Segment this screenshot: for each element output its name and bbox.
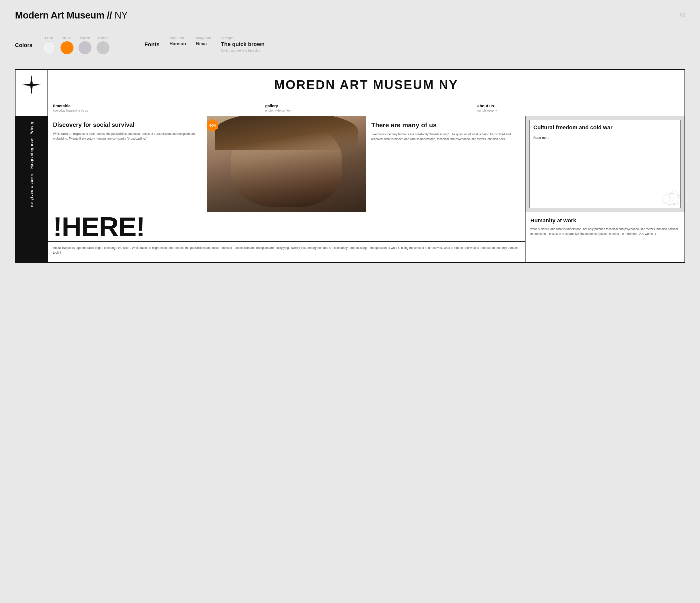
- body-font-col: Body Font Nexa: [196, 36, 211, 47]
- sidebar-vertical-cell: no gives a damn – Happening now · Who g: [16, 116, 48, 212]
- main-museum-card-wrapper: MOREDN ART MUSEUM NY timetable everyday …: [15, 69, 685, 263]
- body-font-name: Nexa: [196, 41, 211, 47]
- sidebar-bottom-cell: [16, 212, 48, 262]
- color-label-lavender: c7c2cb: [80, 36, 90, 40]
- star-logo-icon: [22, 75, 42, 95]
- example-font-light: fox jumps over the lazy dog: [221, 48, 265, 53]
- main-font-name: Hanson: [170, 41, 186, 47]
- color-circle-lavender: [78, 41, 92, 54]
- color-swatches: f0f0f0 ff8100 c7c2cb c8cac7: [43, 36, 109, 54]
- article-column: Discovery for social survival While radi…: [48, 116, 207, 212]
- color-circle-sage: [97, 41, 109, 54]
- nav-sub-timetable: everyday happening by us: [53, 109, 255, 112]
- museum-card: MOREDN ART MUSEUM NY timetable everyday …: [15, 69, 685, 263]
- page-header: Modern Art Museum // NY 02: [0, 0, 700, 26]
- main-text-body: Twenty-first-century humans are constant…: [371, 132, 520, 142]
- here-big-text: !HERE!: [53, 214, 520, 239]
- ink-decoration-icon: [660, 188, 681, 208]
- here-body-text: About 100 years ago, the radio began to …: [53, 246, 520, 255]
- nav-item-gallery[interactable]: gallery photo / vide content: [260, 100, 473, 116]
- example-font-bold: The quick brown: [221, 41, 265, 47]
- card-title-row: MOREDN ART MUSEUM NY: [16, 70, 684, 100]
- sidebar-vertical-text: no gives a damn – Happening now · Who g: [16, 116, 48, 212]
- featured-title: Cultural freedom and cold war: [533, 124, 677, 131]
- title-bold: Modern Art Museum //: [15, 10, 112, 21]
- svg-point-2: [670, 190, 678, 203]
- card-nav-row: timetable everyday happening by us galle…: [16, 100, 684, 116]
- model-photo: [207, 116, 366, 212]
- here-text-area: About 100 years ago, the radio began to …: [48, 242, 525, 259]
- here-title-section: !HERE!: [48, 212, 525, 242]
- header-title: Modern Art Museum // NY: [15, 10, 128, 21]
- article-body: While radio art migrates to other media,…: [53, 131, 202, 141]
- image-column: -20%: [207, 116, 367, 212]
- nav-sub-gallery: photo / vide content: [265, 109, 467, 112]
- color-swatch-sage: c8cac7: [97, 36, 109, 54]
- here-cell: !HERE! About 100 years ago, the radio be…: [48, 212, 525, 262]
- color-label-sage: c8cac7: [98, 36, 108, 40]
- main-text-title: There are many of us: [371, 121, 520, 129]
- fonts-section: Fonts Main Font Hanson Body Font Nexa Ex…: [145, 36, 265, 53]
- nav-title-gallery: gallery: [265, 104, 467, 108]
- museum-main-title: MOREDN ART MUSEUM NY: [274, 77, 458, 92]
- fonts-label: Fonts: [145, 41, 159, 48]
- featured-readmore-link[interactable]: Read more: [533, 136, 677, 140]
- svg-line-4: [667, 192, 676, 206]
- star-cell: [16, 70, 48, 100]
- svg-marker-0: [22, 75, 41, 95]
- humanity-section: Humanity at work what is hidden and what…: [525, 212, 685, 262]
- color-swatch-white: f0f0f0: [43, 36, 55, 54]
- fonts-columns: Main Font Hanson Body Font Nexa Example …: [170, 36, 265, 53]
- card-bottom-row: !HERE! About 100 years ago, the radio be…: [16, 212, 684, 262]
- colors-section: Colors f0f0f0 ff8100 c7c2cb c8cac7: [15, 36, 109, 54]
- color-label-orange: ff8100: [62, 36, 72, 40]
- article-title: Discovery for social survival: [53, 121, 202, 128]
- humanity-body: what is hidden and what is understood, n…: [530, 227, 680, 236]
- main-text-column: There are many of us Twenty-first-centur…: [366, 116, 525, 212]
- nav-star-spacer: [16, 100, 48, 116]
- color-swatch-lavender: c7c2cb: [78, 36, 92, 54]
- humanity-title: Humanity at work: [530, 217, 680, 224]
- nav-title-about: about us: [477, 104, 679, 108]
- nav-title-timetable: timetable: [53, 104, 255, 108]
- museum-title-cell: MOREDN ART MUSEUM NY: [48, 70, 684, 100]
- body-font-header: Body Font: [196, 36, 211, 40]
- example-font-header: Example: [221, 36, 265, 40]
- nav-item-about[interactable]: about us our philosophy: [472, 100, 684, 116]
- card-content-row: no gives a damn – Happening now · Who g …: [16, 116, 684, 212]
- color-label-white: f0f0f0: [45, 36, 53, 40]
- color-swatch-orange: ff8100: [60, 36, 74, 54]
- featured-box: Cultural freedom and cold war Read more: [529, 120, 681, 208]
- colors-label: Colors: [15, 42, 35, 49]
- nav-item-timetable[interactable]: timetable everyday happening by us: [48, 100, 260, 116]
- main-font-col: Main Font Hanson: [170, 36, 186, 47]
- featured-column: Cultural freedom and cold war Read more: [525, 116, 685, 212]
- title-light: NY: [112, 10, 128, 21]
- main-font-header: Main Font: [170, 36, 186, 40]
- design-system-section: Colors f0f0f0 ff8100 c7c2cb c8cac7: [0, 26, 700, 69]
- color-circle-orange: [60, 41, 74, 54]
- nav-sub-about: our philosophy: [477, 109, 679, 112]
- example-font-col: Example The quick brown fox jumps over t…: [221, 36, 265, 53]
- color-circle-white: [43, 41, 55, 54]
- page-number: 02: [680, 13, 685, 18]
